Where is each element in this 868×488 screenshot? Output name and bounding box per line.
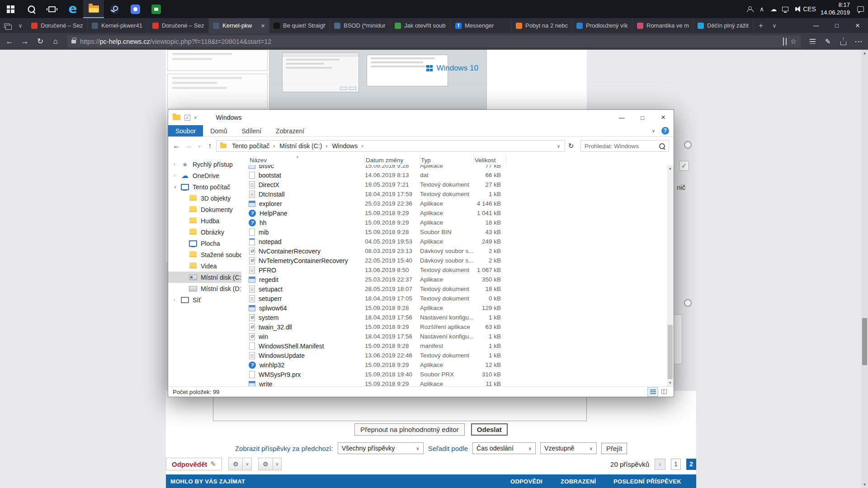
volume-tray-button[interactable] xyxy=(791,0,803,18)
start-button[interactable] xyxy=(0,0,21,18)
column-header-size[interactable]: Velikost xyxy=(474,155,506,165)
taskbar-app-blue-button[interactable] xyxy=(125,0,146,18)
tab-close-icon[interactable]: × xyxy=(261,22,265,29)
language-indicator[interactable]: CES xyxy=(803,0,816,18)
browser-maximize-button[interactable]: □ xyxy=(826,18,847,33)
nav-pane-item[interactable]: ∨ Tento počítač xyxy=(168,181,241,192)
file-row[interactable]: twain_32.dll 15.09.2018 9:29 Rozšíření a… xyxy=(241,322,667,332)
refresh-button[interactable]: ↻ xyxy=(33,33,48,50)
nav-pane-item[interactable]: Dokumenty xyxy=(168,204,241,215)
pagination-page-1[interactable]: 1 xyxy=(671,459,681,470)
switch-editor-button[interactable]: Přepnout na plnohodnotný editor xyxy=(354,423,465,436)
file-row[interactable]: winhlp32 15.09.2018 9:29 Aplikace 12 kB xyxy=(241,360,667,370)
post-screenshot-image[interactable]: Windows 10 xyxy=(269,50,487,109)
address-breadcrumb-bar[interactable]: Tento počítač › Místní disk (C:) › Windo… xyxy=(216,140,565,152)
task-view-button[interactable] xyxy=(42,0,62,18)
file-row[interactable]: WindowsShell.Manifest 15.09.2018 9:28 ma… xyxy=(241,341,667,351)
chevron-down-icon[interactable]: ∨ xyxy=(242,458,251,470)
tab-list-button[interactable]: ∨ xyxy=(768,18,781,33)
file-row[interactable]: win 18.04.2019 17:56 Nastavení konfigu..… xyxy=(241,332,667,341)
hidden-icons-button[interactable]: ∧ xyxy=(756,0,768,18)
topic-tools-button[interactable]: ⚙ ∨ xyxy=(228,458,252,470)
browser-tab[interactable]: Jak otevřít soub xyxy=(391,18,451,33)
submit-button[interactable]: Odeslat xyxy=(471,423,508,436)
explorer-minimize-button[interactable]: — xyxy=(611,110,632,125)
scroll-down-arrow[interactable]: ▼ xyxy=(861,481,868,488)
recent-locations-chevron[interactable]: ∨ xyxy=(195,140,203,152)
reading-view-button[interactable] xyxy=(783,38,784,45)
new-tab-button[interactable]: + xyxy=(754,18,768,33)
breadcrumb-separator[interactable]: › xyxy=(273,143,275,149)
explorer-scrollbar[interactable]: ▲ ▼ xyxy=(667,165,674,386)
column-header-date[interactable]: Datum změny xyxy=(365,155,420,165)
expander-chevron[interactable]: › xyxy=(174,297,175,302)
address-bar[interactable]: https://pc-help.cnews.cz/viewtopic.php?f… xyxy=(67,35,801,47)
nav-back-button[interactable]: ← xyxy=(170,140,183,152)
file-row[interactable]: system 18.04.2019 17:56 Nastavení konfig… xyxy=(241,313,667,322)
scroll-up-arrow[interactable]: ▲ xyxy=(667,165,674,172)
pagination-prev-button[interactable]: ‹ xyxy=(655,459,665,470)
nav-pane-item[interactable]: › Rychlý přístup xyxy=(168,159,241,170)
taskbar-steam-button[interactable] xyxy=(104,0,125,18)
file-row[interactable]: explorer 25.03.2019 22:36 Aplikace 4 146… xyxy=(241,199,667,208)
taskbar-app-green-button[interactable] xyxy=(146,0,166,18)
file-row[interactable]: DtcInstall 18.04.2019 17:59 Textový doku… xyxy=(241,189,667,199)
more-button[interactable]: ⋯ xyxy=(851,33,866,50)
browser-tab[interactable]: Be quiet! Straigh xyxy=(269,18,330,33)
post-badge-icon[interactable] xyxy=(684,299,692,307)
column-header-name[interactable]: Název ∧ xyxy=(249,155,365,165)
breadcrumb-item[interactable]: Místní disk (C:) › xyxy=(277,142,330,150)
tab-preview-button[interactable]: ∨ xyxy=(14,18,27,33)
page-scrollbar[interactable]: ▲ ▼ xyxy=(861,50,868,488)
tabs-set-aside-button[interactable] xyxy=(0,18,14,33)
pagination-page-2[interactable]: 2 xyxy=(686,459,696,470)
nav-pane-item[interactable]: › Síť xyxy=(168,294,241,305)
browser-tab[interactable]: BSOD (*minidur xyxy=(330,18,391,33)
file-row[interactable]: bfsvc 15.09.2018 9:28 Aplikace 77 kB xyxy=(241,165,667,170)
explorer-title-bar[interactable]: ✓ ∨ Windows — □ × xyxy=(168,110,674,125)
expander-chevron[interactable]: › xyxy=(174,173,175,178)
file-row[interactable]: mib 15.09.2018 9:28 Soubor BIN 43 kB xyxy=(241,227,667,237)
sort-order-select[interactable]: Vzestupně ∨ xyxy=(540,442,597,454)
file-row[interactable]: notepad 04.05.2019 19:53 Aplikace 249 kB xyxy=(241,237,667,246)
file-row[interactable]: splwow64 15.09.2018 9:28 Aplikace 129 kB xyxy=(241,303,667,313)
file-row[interactable]: WindowsUpdate 13.06.2019 22:46 Textový d… xyxy=(241,351,667,360)
explorer-search-box[interactable]: Prohledat: Windows xyxy=(580,140,669,152)
file-row[interactable]: bootstat 14.06.2019 8:13 dat 66 kB xyxy=(241,170,667,180)
file-row[interactable]: PFRO 13.06.2019 8:50 Textový dokument 1 … xyxy=(241,265,667,275)
file-row[interactable]: regedit 25.03.2019 22:37 Aplikace 350 kB xyxy=(241,275,667,284)
reply-button[interactable]: Odpovědět ✎ xyxy=(166,458,222,470)
file-row[interactable]: DirectX 19.05.2019 7:21 Textový dokument… xyxy=(241,180,667,189)
taskbar-edge-button[interactable]: e xyxy=(62,0,83,18)
file-row[interactable]: setuperr 18.04.2019 17:05 Textový dokume… xyxy=(241,294,667,303)
nav-forward-button[interactable]: → xyxy=(183,140,195,152)
nav-pane-item[interactable]: Místní disk (D:) xyxy=(168,283,241,294)
moderator-tools-button[interactable]: ⚙ ∨ xyxy=(258,458,282,470)
breadcrumb-separator[interactable]: › xyxy=(326,143,327,149)
nav-pane-item[interactable]: › OneDrive xyxy=(168,170,241,181)
browser-tab[interactable]: Romantika ve m xyxy=(633,18,693,33)
thumbnails-view-button[interactable] xyxy=(659,388,669,396)
browser-close-button[interactable]: × xyxy=(847,18,868,33)
qat-properties-icon[interactable]: ✓ xyxy=(184,115,190,121)
browser-tab[interactable]: f Messenger xyxy=(451,18,512,33)
ribbon-expand-chevron[interactable]: ∨ xyxy=(652,128,655,133)
explorer-maximize-button[interactable]: □ xyxy=(632,110,653,125)
taskbar-explorer-button[interactable] xyxy=(83,0,104,18)
ribbon-tab[interactable]: Sdílení xyxy=(235,125,269,136)
column-header-type[interactable]: Typ xyxy=(420,155,474,165)
file-row[interactable]: NvTelemetryContainerRecovery 22.05.2019 … xyxy=(241,256,667,265)
explorer-scrollbar-thumb[interactable] xyxy=(668,325,673,379)
details-view-button[interactable] xyxy=(648,388,658,396)
home-button[interactable]: ⌂ xyxy=(48,33,63,50)
back-button[interactable]: ← xyxy=(2,33,17,50)
sort-field-select[interactable]: Čas odeslání ∨ xyxy=(472,442,536,454)
file-row[interactable]: HelpPane 15.09.2018 9:29 Aplikace 1 041 … xyxy=(241,208,667,218)
browser-tab[interactable]: Děčín plný zážit xyxy=(693,18,754,33)
scroll-down-arrow[interactable]: ▼ xyxy=(667,380,674,386)
nav-up-button[interactable]: ↑ xyxy=(203,140,216,152)
file-row[interactable]: NvContainerRecovery 08.03.2019 23:13 Dáv… xyxy=(241,246,667,256)
display-posts-select[interactable]: Všechny příspěvky ∨ xyxy=(338,442,424,454)
nav-pane-item[interactable]: Videa xyxy=(168,260,241,272)
breadcrumb-separator[interactable]: › xyxy=(361,143,363,149)
